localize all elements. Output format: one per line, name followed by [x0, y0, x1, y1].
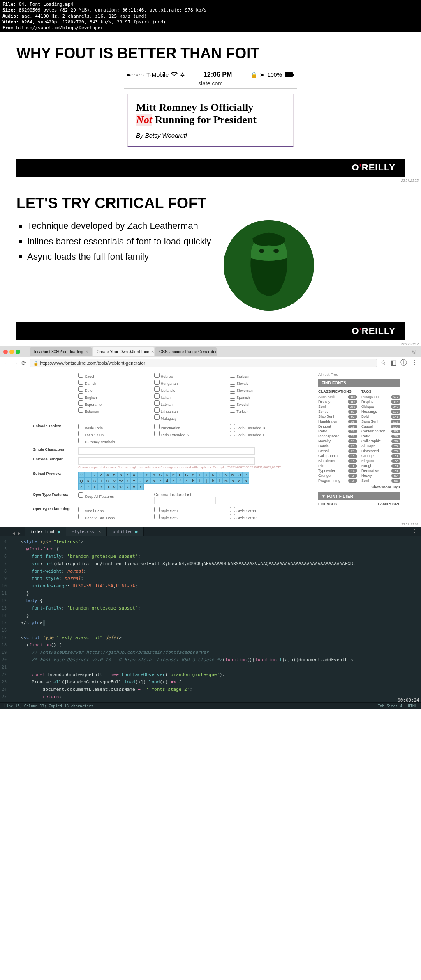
checkbox-option[interactable]: Slovenian — [230, 386, 306, 393]
unicode-ranges-input[interactable] — [78, 457, 255, 465]
tag-row[interactable]: Grunge3 — [318, 474, 357, 478]
checkbox-option[interactable]: Icelandic — [154, 386, 230, 393]
keep-all-checkbox[interactable]: Keep All Features — [78, 492, 154, 499]
address-bar[interactable]: 🔒https://www.fontsquirrel.com/tools/webf… — [30, 359, 377, 367]
tag-row[interactable]: Script83 — [318, 409, 357, 414]
checkbox-option[interactable]: Style Set 1 — [154, 507, 230, 513]
checkbox-option[interactable]: Latin Extended + — [230, 431, 306, 437]
checkbox-option[interactable]: Latvian — [154, 400, 230, 407]
checkbox-option[interactable]: Style Set 11 — [230, 507, 306, 513]
editor-tab-untitled[interactable]: untitled● — [107, 527, 143, 536]
show-more-tags[interactable]: Show More Tags — [318, 485, 400, 489]
checkbox-option[interactable]: Malagasy — [154, 414, 230, 421]
checkbox-option[interactable]: English — [78, 393, 154, 400]
tab-close-icon[interactable]: × — [98, 529, 101, 534]
tag-row[interactable]: Stencil21 — [318, 449, 357, 453]
tag-row[interactable]: Novelty31 — [318, 439, 357, 443]
checkbox-option[interactable]: Style Set 2 — [154, 514, 230, 520]
menu-icon[interactable]: ⋮ — [411, 359, 418, 367]
forward-icon[interactable]: → — [12, 360, 18, 366]
tag-row[interactable]: Decorative70 — [361, 469, 400, 473]
comma-list-input[interactable] — [154, 497, 216, 504]
tag-row[interactable]: Serif269 — [318, 405, 357, 409]
tag-row[interactable]: Oblique249 — [361, 405, 400, 409]
tag-row[interactable]: Heavy67 — [361, 474, 400, 478]
tag-row[interactable]: All Caps75 — [361, 444, 400, 448]
window-close-icon[interactable] — [3, 350, 8, 354]
tag-row[interactable]: Comic25 — [318, 444, 357, 448]
browser-tab-3[interactable]: CSS Unicode Range Generator× — [155, 347, 217, 356]
reload-icon[interactable]: ⟳ — [21, 360, 26, 366]
tag-row[interactable]: Serif66 — [361, 478, 400, 483]
window-maximize-icon[interactable] — [16, 350, 20, 354]
checkbox-option[interactable]: Serbian — [230, 373, 306, 379]
tag-row[interactable]: Contemporary95 — [361, 429, 400, 433]
checkbox-option[interactable]: Latin-1 Sup — [78, 431, 154, 437]
info-icon[interactable]: ⓘ — [400, 359, 407, 367]
checkbox-option[interactable]: Basic Latin — [78, 424, 154, 430]
tag-row[interactable]: Blackletter15 — [318, 459, 357, 463]
checkbox-option[interactable]: Latin Extended-B — [230, 424, 306, 430]
font-filter-header[interactable]: ▼ FONT FILTER — [318, 492, 400, 500]
checkbox-option[interactable]: Slovak — [230, 380, 306, 386]
sidebar-promo[interactable]: Almost Free — [318, 373, 400, 377]
checkbox-option[interactable]: Punctuation — [154, 424, 230, 430]
tag-row[interactable]: Handdrawn59 — [318, 419, 357, 423]
tag-row[interactable]: Sans Serif113 — [361, 419, 400, 423]
tag-row[interactable]: Slab Serif62 — [318, 414, 357, 419]
checkbox-option[interactable]: Lithuanian — [154, 407, 230, 414]
checkbox-option[interactable]: Style Set 12 — [230, 514, 306, 520]
tag-row[interactable]: Pixel9 — [318, 464, 357, 468]
profile-icon[interactable]: ☺ — [411, 348, 418, 355]
checkbox-option[interactable]: Latin Extended-A — [154, 431, 230, 437]
checkbox-option[interactable]: Turkish — [230, 407, 306, 414]
status-language[interactable]: HTML — [408, 704, 417, 708]
tag-row[interactable]: Display395 — [361, 400, 400, 404]
checkbox-option[interactable]: Esperanto — [78, 400, 154, 407]
tag-row[interactable]: Casual100 — [361, 424, 400, 428]
status-tabsize[interactable]: Tab Size: 4 — [378, 704, 402, 708]
window-minimize-icon[interactable] — [9, 350, 14, 354]
sidebar-toggle-icon[interactable]: ◀ ▶ — [12, 531, 21, 536]
checkbox-option[interactable]: Dutch — [78, 386, 154, 393]
checkbox-option[interactable]: Czech — [78, 373, 154, 379]
single-chars-input[interactable] — [78, 447, 255, 455]
star-icon[interactable]: ☆ — [380, 359, 386, 367]
tag-row[interactable]: Monospaced36 — [318, 434, 357, 438]
tag-row[interactable]: Grunge73 — [361, 454, 400, 458]
checkbox-option[interactable]: Danish — [78, 380, 154, 386]
editor-tab-style[interactable]: style.css× — [66, 527, 107, 536]
tag-row[interactable]: Bold141 — [361, 414, 400, 419]
checkbox-option[interactable]: Spanish — [230, 393, 306, 400]
tag-row[interactable]: Sans Serif349 — [318, 395, 357, 399]
checkbox-option[interactable]: Estonian — [78, 407, 154, 414]
tag-row[interactable]: Headings177 — [361, 409, 400, 414]
editor-menu-icon[interactable]: ⋮ — [408, 527, 421, 536]
extension-icon[interactable]: ◧ — [390, 359, 396, 367]
tag-row[interactable]: Rough79 — [361, 464, 400, 468]
checkbox-option[interactable]: Swedish — [230, 400, 306, 407]
checkbox-option[interactable]: Hungarian — [154, 380, 230, 386]
checkbox-option[interactable]: Small Caps — [78, 507, 154, 513]
tag-row[interactable]: Calligraphic15 — [318, 454, 357, 458]
browser-tab-2[interactable]: Create Your Own @font-face× — [93, 347, 154, 356]
checkbox-option[interactable]: Italian — [154, 393, 230, 400]
code-area[interactable]: <style type="text/css"> @font-face { fon… — [10, 536, 356, 702]
browser-tab-1[interactable]: localhost:8080/font-loading× — [30, 347, 92, 356]
tag-row[interactable]: Calligraphic76 — [361, 439, 400, 443]
tag-row[interactable]: Display316 — [318, 400, 357, 404]
tag-row[interactable]: Distressed75 — [361, 449, 400, 453]
editor-tab-index[interactable]: index.html● — [25, 527, 66, 536]
tag-row[interactable]: Dingbat39 — [318, 424, 357, 428]
checkbox-option[interactable]: Hebrew — [154, 373, 230, 379]
tag-row[interactable]: Elegant72 — [361, 459, 400, 463]
tag-row[interactable]: Retro76 — [361, 434, 400, 438]
tab-close-icon[interactable]: × — [86, 349, 88, 354]
checkbox-option[interactable]: Currency Symbols — [78, 438, 154, 444]
tag-row[interactable]: Retro36 — [318, 429, 357, 433]
tag-row[interactable]: Programming2 — [318, 478, 357, 483]
tab-close-icon[interactable]: × — [151, 349, 154, 354]
tag-row[interactable]: Paragraph677 — [361, 395, 400, 399]
checkbox-option[interactable]: Caps to Sm. Caps — [78, 514, 154, 520]
back-icon[interactable]: ← — [3, 360, 9, 366]
